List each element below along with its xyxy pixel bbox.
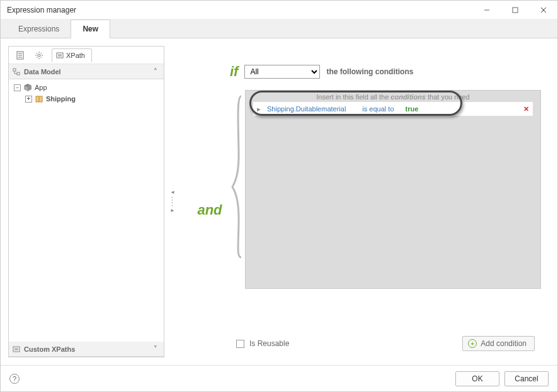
conditions-hint: Insert in this field all the conditions … [246,91,540,102]
close-button[interactable] [529,1,557,20]
chevron-right-icon[interactable]: ▸ [257,105,261,113]
tree-icon [13,68,20,76]
minimize-button[interactable] [472,1,501,20]
maximize-button[interactable] [501,1,529,20]
main-tabbar: Expressions New [1,20,557,38]
chevron-right-icon: ► [170,208,175,213]
splitter-handle[interactable]: ◄ ···· ► [169,46,176,357]
svg-line-13 [37,53,38,54]
expand-icon[interactable]: + [25,96,32,103]
svg-rect-20 [13,69,16,71]
tree-item-label: Shipping [46,95,76,103]
tree-item-label: App [35,84,47,91]
condition-op[interactable]: is equal to [362,105,394,113]
condition-row[interactable]: ▸ Shipping.Duitablematerial is equal to … [253,102,533,116]
svg-line-16 [37,57,38,58]
tree-item-app[interactable]: − App [11,82,161,93]
content-area: XPath Data Model ˄ − App + Shipping [1,38,557,365]
svg-rect-1 [513,8,518,13]
gear-icon[interactable] [30,48,48,63]
quantifier-select[interactable]: All [244,65,320,79]
cancel-button[interactable]: Cancel [504,371,549,386]
delete-condition-button[interactable]: ✕ [523,105,529,113]
xpath-tab-label: XPath [66,52,85,59]
ok-button[interactable]: OK [455,371,499,386]
cube-icon [23,83,32,92]
if-keyword: if [230,64,238,80]
tab-new[interactable]: New [71,20,110,38]
following-conditions-label: the following conditions [326,67,413,76]
custom-xpaths-header-label: Custom XPaths [24,345,75,353]
svg-line-15 [41,53,42,54]
svg-rect-29 [13,347,20,352]
add-condition-label: Add condition [481,339,527,348]
list-icon [13,345,20,353]
tree-item-shipping[interactable]: + Shipping [11,93,161,104]
expression-builder: if All the following conditions and Inse… [181,46,550,357]
if-row: if All the following conditions [230,64,541,80]
builder-body: and Insert in this field all the conditi… [190,90,541,330]
window-title: Expression manager [7,6,472,14]
custom-xpaths-header[interactable]: Custom XPaths ˅ [9,342,164,357]
help-icon[interactable]: ? [9,374,20,384]
left-toolbar: XPath [9,47,164,64]
data-model-header-label: Data Model [24,68,61,76]
is-reusable-checkbox[interactable] [236,340,244,348]
conditions-area[interactable]: Insert in this field all the conditions … [245,90,541,289]
data-model-header[interactable]: Data Model ˄ [9,64,164,79]
data-model-tree: − App + Shipping [9,79,164,342]
svg-point-8 [38,54,40,57]
plus-icon: + [468,339,477,348]
tab-expressions[interactable]: Expressions [7,20,71,38]
chevron-left-icon: ◄ [170,190,175,195]
brace-icon [230,90,245,330]
svg-line-14 [41,57,42,58]
condition-value[interactable]: true [406,105,419,113]
is-reusable-label: Is Reusable [249,339,289,348]
left-panel: XPath Data Model ˄ − App + Shipping [8,46,164,357]
svg-rect-21 [17,72,20,75]
builder-footer: Is Reusable + Add condition [190,330,541,351]
svg-rect-17 [57,53,63,58]
dialog-bottombar: ? OK Cancel [1,365,557,391]
xpath-tab[interactable]: XPath [52,48,92,62]
chevron-up-icon: ˄ [151,67,160,76]
titlebar: Expression manager [1,1,557,20]
add-condition-button[interactable]: + Add condition [462,336,535,351]
chevron-down-icon: ˅ [151,345,160,353]
and-keyword: and [190,90,230,330]
page-icon[interactable] [11,48,29,63]
condition-lhs[interactable]: Shipping.Duitablematerial [267,105,346,113]
grip-icon: ···· [168,196,177,207]
package-icon [35,94,43,103]
collapse-icon[interactable]: − [14,84,21,91]
